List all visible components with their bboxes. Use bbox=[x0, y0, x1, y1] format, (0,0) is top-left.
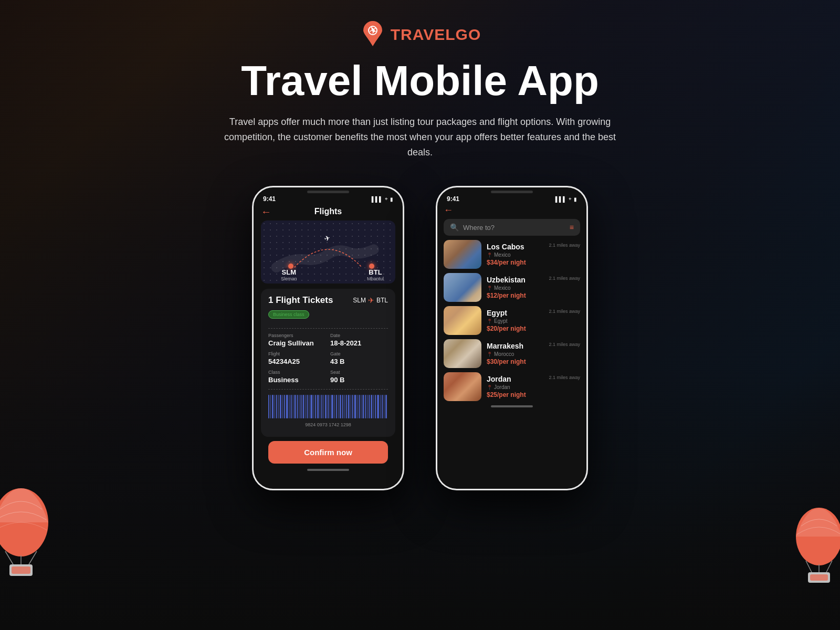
barcode-area: 9824 0973 1742 1298 bbox=[268, 395, 388, 427]
svg-rect-69 bbox=[382, 395, 383, 419]
ticket-fields: Passengers Craig Sullivan Date 18-8-2021… bbox=[268, 333, 388, 384]
destination-item[interactable]: Uzbekistan 2.1 miles away 📍 Mexico $12/p… bbox=[444, 273, 580, 302]
dest-info: Jordan 2.1 miles away 📍 Jordan $25/per n… bbox=[487, 375, 580, 398]
dest-thumbnail bbox=[444, 372, 481, 401]
logo-icon bbox=[359, 21, 386, 48]
hero-title: Travel Mobile App bbox=[241, 58, 599, 104]
svg-rect-38 bbox=[317, 395, 319, 419]
dest-name: Jordan bbox=[487, 375, 511, 383]
field-date-value: 18-8-2021 bbox=[330, 339, 388, 347]
svg-rect-20 bbox=[280, 395, 281, 419]
svg-rect-43 bbox=[328, 395, 329, 419]
plane-route-icon: ✈ bbox=[368, 296, 374, 304]
svg-rect-22 bbox=[284, 395, 285, 419]
flight-from-label: SLM Sleman bbox=[281, 268, 297, 281]
ticket-divider bbox=[268, 328, 388, 329]
dest-name: Uzbekistan bbox=[487, 276, 526, 284]
dest-distance: 2.1 miles away bbox=[549, 276, 580, 281]
destination-item[interactable]: Los Cabos 2.1 miles away 📍 Mexico $34/pe… bbox=[444, 240, 580, 269]
svg-rect-48 bbox=[338, 395, 339, 419]
logo-area: TRAVELGO bbox=[359, 21, 481, 48]
logo-text: TRAVELGO bbox=[391, 26, 481, 44]
barcode-number: 9824 0973 1742 1298 bbox=[268, 422, 388, 427]
dest-top-row: Uzbekistan 2.1 miles away bbox=[487, 276, 580, 284]
svg-rect-46 bbox=[334, 395, 335, 419]
confirm-now-button[interactable]: Confirm now bbox=[268, 441, 388, 464]
battery-icon: ▮ bbox=[390, 196, 393, 202]
phone2-time: 9:41 bbox=[447, 195, 459, 203]
pin-icon: 📍 bbox=[487, 253, 492, 258]
svg-rect-45 bbox=[331, 395, 333, 419]
destination-item[interactable]: Jordan 2.1 miles away 📍 Jordan $25/per n… bbox=[444, 372, 580, 401]
field-gate-label: Gate bbox=[330, 351, 388, 356]
phone2-back-button[interactable]: ← bbox=[444, 205, 453, 215]
dest-info: Uzbekistan 2.1 miles away 📍 Mexico $12/p… bbox=[487, 276, 580, 299]
svg-rect-16 bbox=[272, 395, 274, 419]
battery-icon-2: ▮ bbox=[574, 196, 577, 202]
search-bar[interactable]: 🔍 Where to? ≡ bbox=[444, 219, 580, 236]
dest-price: $34/per night bbox=[487, 259, 580, 266]
svg-rect-28 bbox=[297, 395, 298, 419]
field-date-label: Date bbox=[330, 333, 388, 338]
dest-thumbnail bbox=[444, 240, 481, 269]
svg-rect-71 bbox=[385, 395, 387, 419]
field-class-value: Business bbox=[268, 376, 326, 384]
pin-icon: 📍 bbox=[487, 385, 492, 390]
dest-info: Marrakesh 2.1 miles away 📍 Morocco $30/p… bbox=[487, 342, 580, 365]
svg-text:✈: ✈ bbox=[323, 234, 331, 244]
field-flight-value: 54234A25 bbox=[268, 358, 326, 365]
field-seat-value: 90 B bbox=[330, 376, 388, 384]
svg-rect-32 bbox=[305, 395, 306, 419]
field-class: Class Business bbox=[268, 370, 326, 384]
svg-rect-39 bbox=[320, 395, 320, 419]
svg-rect-17 bbox=[275, 395, 275, 419]
svg-rect-55 bbox=[352, 395, 353, 419]
dest-thumbnail bbox=[444, 306, 481, 335]
dest-name: Egypt bbox=[487, 309, 507, 317]
svg-rect-57 bbox=[358, 395, 358, 419]
dest-price: $12/per night bbox=[487, 292, 580, 299]
svg-rect-23 bbox=[286, 395, 288, 419]
ticket-flight-count: 1 Flight Tickets bbox=[268, 295, 333, 306]
phone1-time: 9:41 bbox=[263, 195, 276, 203]
phone1-back-button[interactable]: ← bbox=[261, 206, 271, 218]
signal-icon: ▌▌▌ bbox=[372, 196, 383, 202]
svg-rect-49 bbox=[340, 395, 341, 419]
dest-info: Los Cabos 2.1 miles away 📍 Mexico $34/pe… bbox=[487, 243, 580, 266]
svg-rect-63 bbox=[369, 395, 370, 419]
phone1-header: ← Flights bbox=[261, 204, 395, 220]
svg-rect-18 bbox=[276, 395, 277, 419]
svg-rect-70 bbox=[384, 395, 384, 419]
dest-country-name: Egypt bbox=[494, 318, 508, 324]
dest-country: 📍 Morocco bbox=[487, 351, 580, 357]
svg-rect-64 bbox=[371, 395, 372, 419]
phone1-status-icons: ▌▌▌ ⌖ ▮ bbox=[372, 196, 393, 202]
svg-rect-15 bbox=[270, 395, 271, 419]
svg-rect-60 bbox=[362, 395, 364, 419]
barcode-image bbox=[268, 395, 388, 418]
dest-country-name: Morocco bbox=[494, 351, 514, 357]
destination-item[interactable]: Marrakesh 2.1 miles away 📍 Morocco $30/p… bbox=[444, 339, 580, 368]
ticket-route: SLM ✈ BTL bbox=[353, 296, 388, 304]
svg-rect-56 bbox=[354, 395, 356, 419]
pin-icon: 📍 bbox=[487, 352, 492, 357]
field-date: Date 18-8-2021 bbox=[330, 333, 388, 347]
ticket-main-row: 1 Flight Tickets SLM ✈ BTL bbox=[268, 295, 388, 306]
destination-list: Los Cabos 2.1 miles away 📍 Mexico $34/pe… bbox=[444, 240, 580, 401]
svg-rect-14 bbox=[268, 395, 269, 419]
ticket-info: 1 Flight Tickets SLM ✈ BTL Business clas… bbox=[261, 289, 395, 437]
wifi-icon: ⌖ bbox=[385, 196, 388, 202]
pin-icon: 📍 bbox=[487, 286, 492, 291]
svg-rect-42 bbox=[325, 395, 327, 419]
destination-item[interactable]: Egypt 2.1 miles away 📍 Egypt $20/per nig… bbox=[444, 306, 580, 335]
route-to: BTL bbox=[376, 297, 388, 304]
filter-icon[interactable]: ≡ bbox=[570, 223, 574, 232]
dest-thumbnail bbox=[444, 273, 481, 302]
svg-rect-35 bbox=[310, 395, 312, 419]
dest-top-row: Jordan 2.1 miles away bbox=[487, 375, 580, 383]
svg-rect-24 bbox=[289, 395, 290, 419]
dest-country: 📍 Egypt bbox=[487, 318, 580, 324]
dest-price: $20/per night bbox=[487, 325, 580, 332]
dest-country: 📍 Jordan bbox=[487, 384, 580, 390]
svg-rect-29 bbox=[299, 395, 299, 419]
